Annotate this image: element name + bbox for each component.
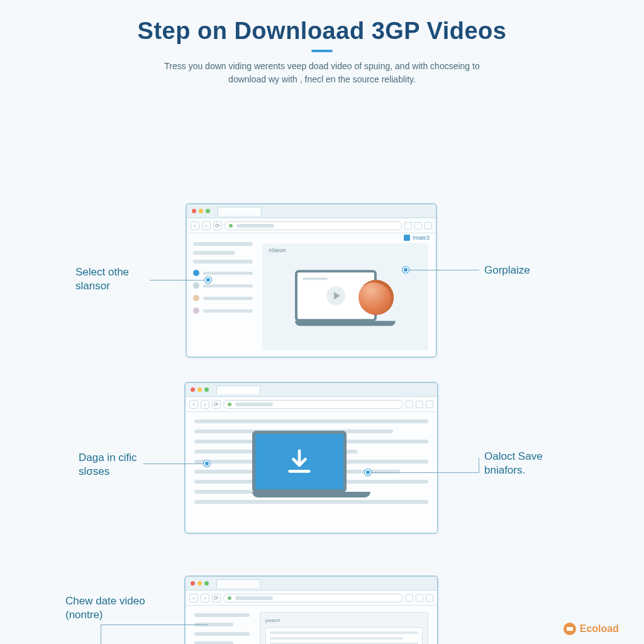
back-icon: ‹ [189, 400, 198, 409]
extension-icon [404, 222, 412, 230]
lock-icon [228, 596, 231, 600]
browser-toolbar: ‹ › ⟳ [186, 397, 437, 412]
laptop-base [295, 321, 396, 326]
brand-name: Ecoload [580, 623, 619, 635]
laptop-download-illustration [252, 431, 370, 497]
callout-daga-in: Daga in cific slσses [79, 451, 148, 479]
callout-chew-date: Chew date video (nontre) [65, 594, 160, 622]
sidebar-line [193, 242, 253, 246]
url-placeholder [235, 596, 273, 600]
browser-tab [218, 207, 262, 216]
address-bar [225, 221, 402, 230]
header: Step on Downloaad 3GP Videos Tress you d… [0, 0, 644, 86]
sidebar-item [193, 295, 253, 301]
sidebar-line [203, 272, 253, 275]
panel-inner [265, 627, 423, 644]
reload-icon: ⟳ [212, 594, 221, 602]
text-line [194, 641, 233, 644]
sidebar-item [193, 270, 253, 276]
bullet-icon [193, 295, 199, 301]
profile-icon [414, 222, 422, 230]
address-bar [223, 594, 403, 602]
profile-icon [416, 594, 423, 602]
browser-toolbar: ‹ › ⟳ [187, 218, 436, 233]
reload-icon: ⟳ [213, 221, 222, 230]
callout-gorplaize: Gorplaize [484, 264, 530, 277]
brand-icon [564, 623, 576, 635]
connector-node [402, 267, 409, 273]
browser-toolbar: ‹ › ⟳ [186, 591, 437, 606]
connector-node [365, 469, 371, 475]
browser-tabbar [186, 577, 437, 591]
browser-window-step2: ‹ › ⟳ [184, 382, 438, 534]
browser-tabbar [187, 204, 436, 218]
sidebar-item [193, 282, 253, 289]
laptop-base [252, 492, 370, 497]
browser-window-step1: ‹ › ⟳ Imatc3 Alseon [186, 203, 437, 358]
sidebar-line [193, 251, 235, 255]
connector-node [204, 460, 210, 467]
play-icon [326, 286, 345, 305]
connector [406, 270, 479, 270]
bullet-icon [193, 308, 199, 314]
text-line [270, 637, 403, 640]
screen-line [303, 277, 328, 280]
browser-tab [216, 386, 260, 394]
lock-icon [229, 224, 233, 228]
character-blob [358, 280, 394, 315]
details-panel: peatcli [260, 612, 428, 644]
profile-icon [416, 401, 423, 408]
text-line [194, 419, 428, 423]
connector [150, 280, 208, 280]
browser-tab [216, 579, 260, 588]
window-close-dot [191, 387, 195, 392]
callout-save: Oaloct Save bniafors. [484, 450, 572, 477]
extension-icon [406, 594, 413, 602]
bullet-icon [193, 270, 199, 276]
download-icon [285, 447, 314, 476]
window-max-dot [204, 581, 209, 586]
menu-icon [426, 594, 433, 602]
forward-icon: › [201, 400, 209, 409]
lock-icon [228, 402, 231, 406]
browser-tabbar [186, 383, 437, 397]
window-max-dot [206, 209, 210, 213]
menu-icon [426, 401, 433, 408]
page-title: Step on Downloaad 3GP Videos [0, 18, 644, 45]
sidebar-line [203, 309, 253, 313]
sidebar-line [193, 260, 253, 264]
laptop-screen [252, 431, 347, 492]
url-placeholder [235, 402, 273, 406]
connector [369, 472, 479, 473]
sidebar-line [203, 297, 253, 300]
window-close-dot [192, 209, 196, 213]
page-subtitle: Tress you down viding werents veep doad … [146, 60, 498, 86]
text-line [194, 500, 428, 504]
text-line [194, 632, 250, 636]
callout-select-source: Select othe slansor [75, 265, 151, 293]
text-line [194, 613, 250, 617]
connector [143, 464, 206, 464]
user-icon [404, 235, 410, 241]
brand-logo: Ecoload [564, 623, 619, 635]
video-preview-area: Alseon [262, 243, 428, 350]
connector-node [205, 277, 211, 283]
window-min-dot [197, 387, 202, 392]
address-bar [223, 400, 403, 409]
back-icon: ‹ [189, 594, 198, 602]
sidebar-line [203, 284, 253, 287]
browser-window-step3: ‹ › ⟳ peatcli [184, 575, 438, 644]
extension-icon [406, 401, 413, 408]
url-placeholder [236, 224, 274, 228]
text-line [270, 631, 418, 634]
sidebar-item [193, 308, 253, 314]
title-underline [311, 50, 333, 52]
connector-segment [101, 625, 101, 644]
preview-label: Alseon [269, 247, 286, 253]
connector [101, 625, 208, 625]
reload-icon: ⟳ [212, 400, 221, 409]
window-min-dot [199, 209, 203, 213]
window-max-dot [204, 387, 209, 392]
panel-label: peatcli [265, 618, 423, 623]
window-min-dot [197, 581, 202, 586]
